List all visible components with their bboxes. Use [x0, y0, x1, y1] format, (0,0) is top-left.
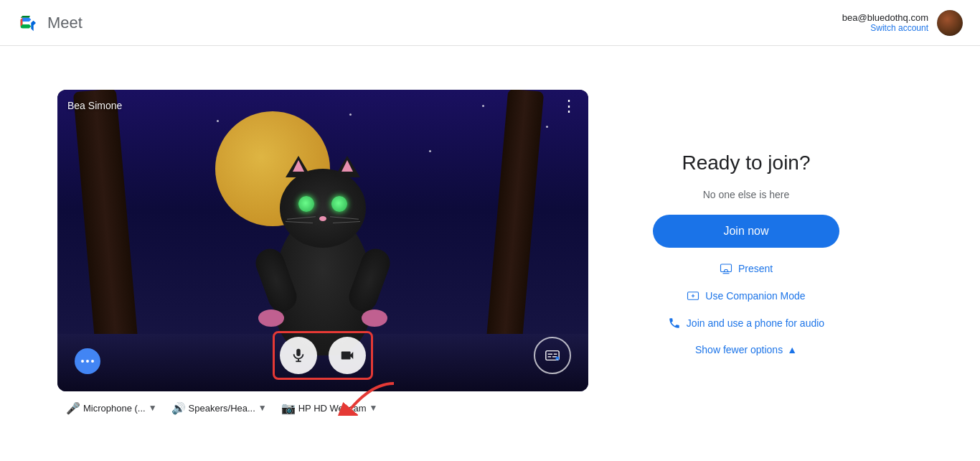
video-container: Bea Simone ⋮	[57, 90, 588, 391]
video-name-tag: Bea Simone	[67, 100, 122, 111]
account-info: bea@bluedothq.com Switch account	[842, 12, 928, 33]
chevron-up-icon: ▲	[787, 344, 797, 355]
phone-audio-label: Join and use a phone for audio	[687, 317, 824, 329]
join-now-button[interactable]: Join now	[653, 215, 839, 248]
speakers-label: Speakers/Hea...	[189, 403, 255, 414]
cat-eyes	[298, 196, 347, 212]
more-dots-button[interactable]	[75, 348, 100, 374]
video-section: Bea Simone ⋮	[57, 90, 588, 418]
cat-nose	[319, 216, 326, 221]
header-right: bea@bluedothq.com Switch account	[842, 10, 963, 36]
cat-eye-left	[298, 196, 314, 212]
meet-logo-icon	[17, 11, 40, 34]
three-dots-icon	[81, 359, 94, 363]
whisker-right-2	[333, 221, 360, 223]
speakers-selector[interactable]: 🔊 Speakers/Hea... ▼	[166, 399, 273, 418]
video-more-options-button[interactable]: ⋮	[561, 97, 578, 116]
whisker-right-1	[330, 216, 359, 219]
cat-eye-right	[331, 196, 347, 212]
microphone-small-icon: 🎤	[66, 401, 80, 415]
camera-toggle-button[interactable]	[329, 337, 366, 374]
ready-title: Ready to join?	[682, 152, 810, 174]
header-left: Meet	[17, 11, 83, 34]
cat-paw-right	[362, 309, 387, 327]
video-controls	[280, 337, 366, 374]
present-icon	[720, 262, 732, 275]
user-avatar[interactable]	[937, 10, 963, 36]
cat-head	[280, 169, 366, 248]
svg-point-3	[91, 360, 94, 363]
microphone-label: Microphone (...	[83, 403, 146, 414]
red-arrow-icon	[329, 380, 401, 416]
companion-mode-label: Use Companion Mode	[705, 290, 805, 302]
microphone-selector[interactable]: 🎤 Microphone (... ▼	[60, 399, 163, 418]
speakers-dropdown-arrow: ▼	[258, 403, 267, 413]
header: Meet bea@bluedothq.com Switch account	[0, 0, 980, 46]
show-fewer-options-button[interactable]: Show fewer options ▲	[695, 344, 797, 355]
svg-rect-15	[720, 264, 731, 272]
companion-mode-link[interactable]: Use Companion Mode	[687, 289, 805, 302]
present-link[interactable]: Present	[720, 262, 773, 275]
show-fewer-label: Show fewer options	[695, 344, 783, 355]
captions-button[interactable]: +	[534, 337, 571, 374]
cat-arm-right	[345, 244, 394, 315]
svg-point-2	[86, 360, 89, 363]
companion-mode-icon	[687, 289, 699, 302]
camera-icon	[339, 348, 355, 363]
webcam-small-icon: 📷	[281, 401, 296, 415]
video-preview: Bea Simone ⋮	[57, 90, 588, 391]
svg-point-1	[81, 360, 84, 363]
svg-rect-4	[296, 348, 301, 355]
avatar-image	[937, 10, 963, 36]
arrow-annotation	[329, 380, 401, 419]
account-email: bea@bluedothq.com	[842, 12, 928, 23]
no-one-text: No one else is here	[703, 189, 790, 200]
main-content: Bea Simone ⋮	[0, 46, 980, 461]
microphone-icon	[291, 348, 306, 363]
app-title: Meet	[47, 14, 83, 32]
mic-toggle-button[interactable]	[280, 337, 317, 374]
vertical-dots-icon: ⋮	[561, 97, 578, 115]
whisker-left-2	[286, 221, 313, 223]
cat-character	[258, 169, 387, 355]
switch-account-link[interactable]: Switch account	[842, 23, 928, 33]
cat-ear-left	[286, 156, 311, 177]
phone-audio-icon	[668, 317, 681, 330]
cat-ear-right	[334, 156, 360, 177]
speakers-small-icon: 🔊	[171, 401, 186, 415]
svg-text:+: +	[557, 357, 559, 360]
phone-audio-link[interactable]: Join and use a phone for audio	[668, 317, 824, 330]
present-label: Present	[738, 263, 773, 274]
captions-icon: +	[545, 348, 560, 363]
microphone-dropdown-arrow: ▼	[149, 403, 157, 413]
cat-arm-left	[252, 244, 301, 315]
right-panel: Ready to join? No one else is here Join …	[646, 152, 847, 355]
cat-paw-left	[258, 309, 284, 327]
whisker-left-1	[287, 216, 316, 219]
